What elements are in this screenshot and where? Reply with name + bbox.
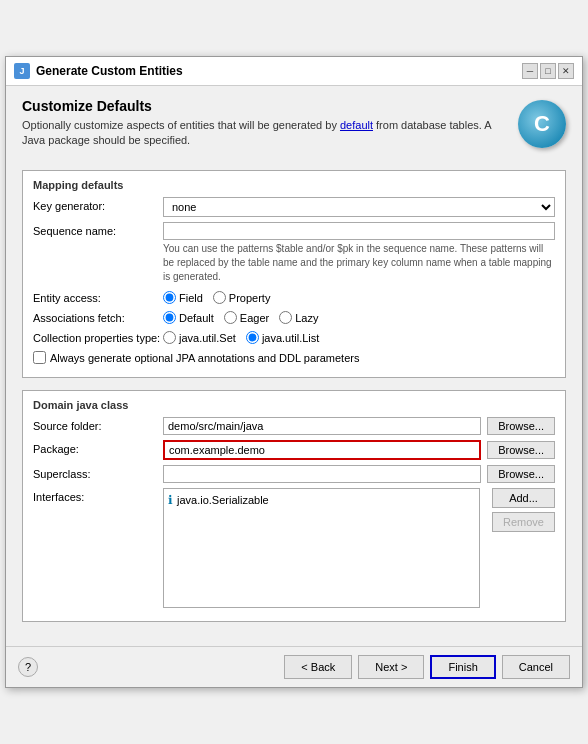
interface-icon: ℹ [168, 493, 173, 507]
interfaces-row: Interfaces: ℹ java.io.Serializable Add..… [33, 488, 555, 608]
interfaces-buttons: Add... Remove [492, 488, 555, 608]
key-generator-row: Key generator: none identity sequence ta… [33, 197, 555, 217]
add-button[interactable]: Add... [492, 488, 555, 508]
entity-access-property-label: Property [229, 292, 271, 304]
package-row: Package: Browse... [33, 440, 555, 460]
fetch-default-radio[interactable] [163, 311, 176, 324]
desc-link: default [340, 119, 373, 131]
key-generator-label: Key generator: [33, 197, 163, 212]
collection-set-label: java.util.Set [179, 332, 236, 344]
always-generate-checkbox[interactable] [33, 351, 46, 364]
always-generate-label: Always generate optional JPA annotations… [50, 352, 359, 364]
mapping-defaults-section: Mapping defaults Key generator: none ide… [22, 170, 566, 378]
collection-set-radio[interactable] [163, 331, 176, 344]
package-input[interactable] [163, 440, 481, 460]
collection-list-option[interactable]: java.util.List [246, 331, 319, 344]
interface-text: java.io.Serializable [177, 494, 269, 506]
cancel-button[interactable]: Cancel [502, 655, 570, 679]
collection-type-control: java.util.Set java.util.List [163, 329, 555, 344]
main-window: J Generate Custom Entities ─ □ ✕ Customi… [5, 56, 583, 689]
associations-fetch-control: Default Eager Lazy [163, 309, 555, 324]
title-bar-left: J Generate Custom Entities [14, 63, 183, 79]
back-button[interactable]: < Back [284, 655, 352, 679]
page-title: Customize Defaults [22, 98, 506, 114]
sequence-name-control: You can use the patterns $table and/or $… [163, 222, 555, 284]
source-folder-row: Source folder: Browse... [33, 417, 555, 435]
close-button[interactable]: ✕ [558, 63, 574, 79]
fetch-eager-option[interactable]: Eager [224, 311, 269, 324]
remove-button[interactable]: Remove [492, 512, 555, 532]
sequence-name-row: Sequence name: You can use the patterns … [33, 222, 555, 284]
source-folder-control: Browse... [163, 417, 555, 435]
source-folder-browse-button[interactable]: Browse... [487, 417, 555, 435]
entity-access-control: Field Property [163, 289, 555, 304]
entity-access-field-option[interactable]: Field [163, 291, 203, 304]
collection-type-row: Collection properties type: java.util.Se… [33, 329, 555, 344]
fetch-lazy-label: Lazy [295, 312, 318, 324]
sequence-hint: You can use the patterns $table and/or $… [163, 242, 555, 284]
footer: ? < Back Next > Finish Cancel [6, 646, 582, 687]
fetch-default-label: Default [179, 312, 214, 324]
always-generate-option[interactable]: Always generate optional JPA annotations… [33, 351, 359, 364]
associations-fetch-row: Associations fetch: Default Eager Lazy [33, 309, 555, 324]
package-browse-button[interactable]: Browse... [487, 441, 555, 459]
main-content: Customize Defaults Optionally customize … [6, 86, 582, 647]
associations-fetch-label: Associations fetch: [33, 309, 163, 324]
window-icon: J [14, 63, 30, 79]
app-logo: C [518, 100, 566, 148]
next-button[interactable]: Next > [358, 655, 424, 679]
entity-access-property-radio[interactable] [213, 291, 226, 304]
entity-access-label: Entity access: [33, 289, 163, 304]
minimize-button[interactable]: ─ [522, 63, 538, 79]
key-generator-control: none identity sequence table auto [163, 197, 555, 217]
domain-java-class-section: Domain java class Source folder: Browse.… [22, 390, 566, 622]
finish-button[interactable]: Finish [430, 655, 495, 679]
footer-right: < Back Next > Finish Cancel [284, 655, 570, 679]
collection-list-label: java.util.List [262, 332, 319, 344]
interfaces-list: ℹ java.io.Serializable [163, 488, 480, 608]
help-button[interactable]: ? [18, 657, 38, 677]
collection-set-option[interactable]: java.util.Set [163, 331, 236, 344]
entity-access-field-radio[interactable] [163, 291, 176, 304]
interfaces-label: Interfaces: [33, 488, 163, 503]
fetch-default-option[interactable]: Default [163, 311, 214, 324]
collection-type-label: Collection properties type: [33, 329, 163, 344]
superclass-input[interactable] [163, 465, 481, 483]
page-description: Optionally customize aspects of entities… [22, 118, 506, 149]
footer-left: ? [18, 657, 38, 677]
sequence-name-input[interactable] [163, 222, 555, 240]
package-control: Browse... [163, 440, 555, 460]
source-folder-label: Source folder: [33, 417, 163, 432]
window-title: Generate Custom Entities [36, 64, 183, 78]
entity-access-row: Entity access: Field Property [33, 289, 555, 304]
source-folder-input[interactable] [163, 417, 481, 435]
key-generator-select[interactable]: none identity sequence table auto [163, 197, 555, 217]
fetch-lazy-radio[interactable] [279, 311, 292, 324]
title-bar-controls: ─ □ ✕ [522, 63, 574, 79]
domain-class-title: Domain java class [33, 399, 555, 411]
package-label: Package: [33, 440, 163, 455]
collection-list-radio[interactable] [246, 331, 259, 344]
fetch-lazy-option[interactable]: Lazy [279, 311, 318, 324]
entity-access-field-label: Field [179, 292, 203, 304]
entity-access-property-option[interactable]: Property [213, 291, 271, 304]
sequence-name-label: Sequence name: [33, 222, 163, 237]
fetch-eager-radio[interactable] [224, 311, 237, 324]
title-bar: J Generate Custom Entities ─ □ ✕ [6, 57, 582, 86]
list-item: ℹ java.io.Serializable [168, 493, 475, 507]
desc-text1: Optionally customize aspects of entities… [22, 119, 337, 131]
superclass-control: Browse... [163, 465, 555, 483]
superclass-row: Superclass: Browse... [33, 465, 555, 483]
maximize-button[interactable]: □ [540, 63, 556, 79]
always-generate-row: Always generate optional JPA annotations… [33, 349, 555, 364]
interfaces-control: ℹ java.io.Serializable Add... Remove [163, 488, 555, 608]
superclass-browse-button[interactable]: Browse... [487, 465, 555, 483]
mapping-defaults-title: Mapping defaults [33, 179, 555, 191]
superclass-label: Superclass: [33, 465, 163, 480]
fetch-eager-label: Eager [240, 312, 269, 324]
